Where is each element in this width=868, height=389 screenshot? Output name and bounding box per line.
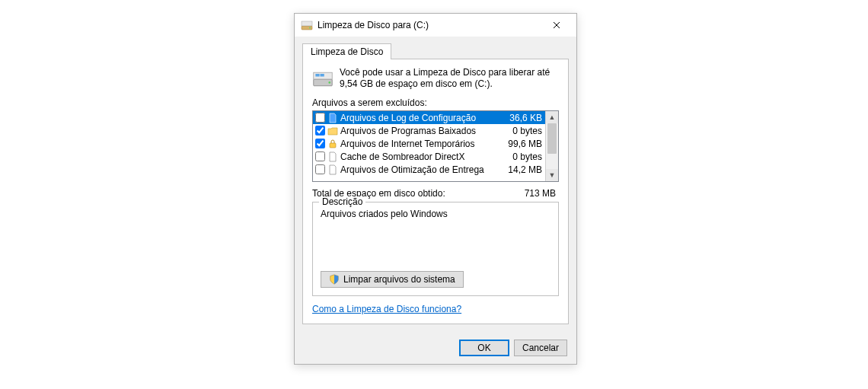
help-link-row: Como a Limpeza de Disco funciona? (312, 304, 559, 314)
list-item-size: 0 bytes (512, 126, 542, 136)
clean-system-files-label: Limpar arquivos do sistema (343, 274, 455, 285)
svg-rect-1 (302, 21, 312, 26)
cancel-button[interactable]: Cancelar (514, 340, 567, 356)
files-to-delete-label: Arquivos a serem excluídos: (312, 97, 559, 108)
list-item-size: 0 bytes (512, 151, 542, 162)
description-legend: Descrição (319, 196, 365, 207)
scrollbar[interactable]: ▲ ▼ (545, 111, 558, 181)
lock-yellow-icon (327, 139, 338, 149)
dialog-footer: OK Cancelar (295, 332, 576, 364)
intro-text: Você pode usar a Limpeza de Disco para l… (340, 67, 559, 90)
ok-button[interactable]: OK (459, 340, 509, 356)
file-list: Arquivos de Log de Configuração36,6 KBAr… (312, 110, 559, 182)
list-item-size: 99,6 MB (508, 139, 542, 149)
list-item[interactable]: Arquivos de Otimização de Entrega14,2 MB (313, 163, 545, 176)
window-title: Limpeza de Disco para (C:) (318, 20, 541, 30)
list-item-checkbox[interactable] (315, 113, 325, 123)
list-item[interactable]: Arquivos de Log de Configuração36,6 KB (313, 111, 545, 124)
list-item-label: Arquivos de Log de Configuração (340, 113, 507, 123)
titlebar: Limpeza de Disco para (C:) (295, 14, 576, 37)
total-value: 713 MB (525, 188, 556, 199)
folder-yellow-icon (327, 126, 338, 136)
list-item[interactable]: Arquivos de Internet Temporários99,6 MB (313, 137, 545, 150)
description-group: Descrição Arquivos criados pelo Windows … (312, 202, 559, 296)
list-item-size: 14,2 MB (508, 164, 542, 175)
tabstrip: Limpeza de Disco (302, 43, 569, 59)
drive-cleanup-icon (301, 19, 313, 31)
list-item-checkbox[interactable] (315, 126, 325, 136)
drive-icon (312, 69, 333, 90)
list-item-checkbox[interactable] (315, 151, 325, 161)
scroll-thumb[interactable] (547, 123, 557, 154)
list-item-label: Arquivos de Programas Baixados (340, 126, 510, 136)
disk-cleanup-dialog: Limpeza de Disco para (C:) Limpeza de Di… (294, 13, 577, 365)
dialog-body: Limpeza de Disco Você pode usar a Limpez… (295, 37, 576, 332)
list-item[interactable]: Arquivos de Programas Baixados0 bytes (313, 124, 545, 137)
svg-rect-10 (330, 143, 336, 148)
list-item-label: Arquivos de Otimização de Entrega (340, 164, 506, 175)
svg-rect-7 (315, 74, 319, 77)
shield-icon (329, 274, 340, 285)
list-item-label: Arquivos de Internet Temporários (340, 139, 506, 149)
list-item-size: 36,6 KB (509, 113, 542, 123)
tab-disk-cleanup[interactable]: Limpeza de Disco (302, 43, 391, 59)
tab-panel: Você pode usar a Limpeza de Disco para l… (302, 59, 569, 324)
svg-point-9 (328, 81, 330, 84)
scroll-up-button[interactable]: ▲ (546, 111, 558, 123)
list-item-label: Cache de Sombreador DirectX (340, 151, 510, 162)
list-item-checkbox[interactable] (315, 139, 325, 148)
intro-row: Você pode usar a Limpeza de Disco para l… (312, 67, 559, 90)
svg-rect-8 (321, 74, 324, 77)
file-white-icon (327, 151, 338, 162)
file-white-icon (327, 164, 338, 175)
file-blue-icon (327, 113, 338, 123)
clean-system-files-button[interactable]: Limpar arquivos do sistema (321, 271, 464, 288)
close-button[interactable] (541, 14, 572, 36)
list-item-checkbox[interactable] (315, 164, 325, 174)
list-item[interactable]: Cache de Sombreador DirectX0 bytes (313, 150, 545, 163)
scroll-track[interactable] (546, 123, 558, 169)
description-text: Arquivos criados pelo Windows (321, 209, 550, 262)
help-link[interactable]: Como a Limpeza de Disco funciona? (312, 304, 461, 314)
svg-point-2 (309, 27, 311, 29)
scroll-down-button[interactable]: ▼ (546, 169, 558, 181)
